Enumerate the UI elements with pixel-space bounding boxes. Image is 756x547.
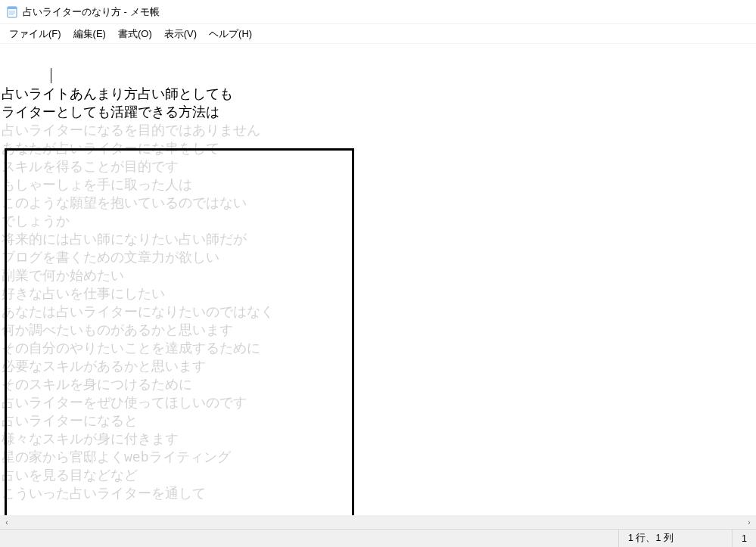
text-editor[interactable]: 占いライトあんまり方占い師としても ライターとしても活躍できる方法は 占いライタ… bbox=[0, 44, 756, 515]
status-zoom-trail: 1 bbox=[732, 530, 756, 547]
menu-help[interactable]: ヘルプ(H) bbox=[203, 25, 258, 43]
scroll-track[interactable] bbox=[14, 515, 742, 529]
menu-format[interactable]: 書式(O) bbox=[112, 25, 158, 43]
title-bar: 占いライターのなり方 - メモ帳 bbox=[0, 0, 756, 24]
scroll-right-button[interactable]: › bbox=[742, 515, 756, 529]
menu-view[interactable]: 表示(V) bbox=[158, 25, 203, 43]
faded-text-block: 占いライターになるを目的ではありませんあなたが占いライターにな串をしてスキルを得… bbox=[2, 121, 754, 502]
window-title: 占いライターのなり方 - メモ帳 bbox=[23, 5, 160, 19]
svg-rect-1 bbox=[8, 7, 17, 9]
notepad-window: 占いライターのなり方 - メモ帳 ファイル(F) 編集(E) 書式(O) 表示(… bbox=[0, 0, 756, 547]
menu-edit[interactable]: 編集(E) bbox=[67, 25, 112, 43]
scroll-left-button[interactable]: ‹ bbox=[0, 515, 14, 529]
text-caret bbox=[51, 68, 51, 83]
horizontal-scrollbar[interactable]: ‹ › bbox=[0, 515, 756, 529]
editor-area: 占いライトあんまり方占い師としても ライターとしても活躍できる方法は 占いライタ… bbox=[0, 44, 756, 529]
status-cursor-position: 1 行、1 列 bbox=[618, 530, 732, 547]
menu-bar: ファイル(F) 編集(E) 書式(O) 表示(V) ヘルプ(H) bbox=[0, 24, 756, 44]
status-bar: 1 行、1 列 1 bbox=[0, 529, 756, 547]
menu-file[interactable]: ファイル(F) bbox=[3, 25, 67, 43]
notepad-icon bbox=[6, 6, 18, 18]
